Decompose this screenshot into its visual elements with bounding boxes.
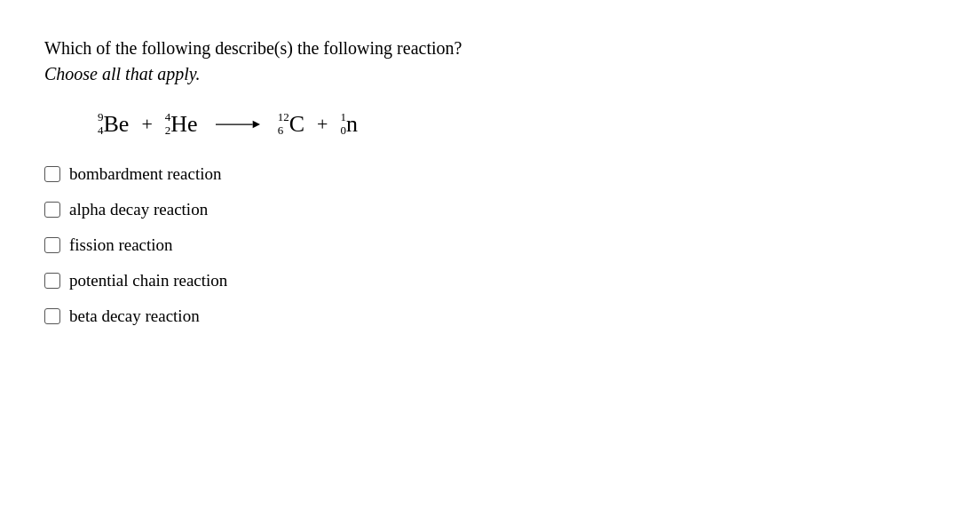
product2-mass: 1 [340,111,346,124]
svg-marker-1 [252,121,259,128]
reactant2-atomic: 2 [165,124,171,138]
reactant1-nuclide: 9 4 Be [98,111,129,138]
product1-nuclide: 12 6 C [278,111,304,138]
reactant1-symbol: Be [104,111,130,138]
option-label-2: alpha decay reaction [69,200,208,219]
product1-atomic: 6 [278,124,289,138]
option-item-2[interactable]: alpha decay reaction [44,200,936,219]
question-container: Which of the following describe(s) the f… [44,36,936,326]
plus-operator-1: + [141,113,152,136]
reactant2-mass: 4 [165,111,171,124]
option-label-1: bombardment reaction [69,164,221,184]
product1-symbol: C [289,111,304,138]
question-sub-text: Choose all that apply. [44,64,936,84]
option-item-4[interactable]: potential chain reaction [44,271,936,290]
product2-symbol: n [346,111,358,138]
reactant1-mass: 9 [98,111,104,124]
reactant2-symbol: He [170,111,197,138]
option-checkbox-1[interactable] [44,166,60,182]
option-item-1[interactable]: bombardment reaction [44,164,936,184]
option-checkbox-3[interactable] [44,237,60,253]
product1-mass: 12 [278,111,289,124]
option-item-5[interactable]: beta decay reaction [44,306,936,326]
option-checkbox-5[interactable] [44,308,60,324]
reactant1-atomic: 4 [98,124,104,138]
option-label-5: beta decay reaction [69,306,200,326]
options-list: bombardment reactionalpha decay reaction… [44,164,936,326]
option-checkbox-4[interactable] [44,273,60,289]
reaction-arrow [216,115,260,133]
option-label-3: fission reaction [69,235,173,255]
product2-nuclide: 1 0 n [340,111,358,138]
option-label-4: potential chain reaction [69,271,227,290]
reactant2-nuclide: 4 2 He [165,111,198,138]
option-checkbox-2[interactable] [44,202,60,218]
plus-operator-2: + [317,113,328,136]
option-item-3[interactable]: fission reaction [44,235,936,255]
question-main-text: Which of the following describe(s) the f… [44,36,936,60]
nuclear-equation: 9 4 Be + 4 2 He 12 6 C [98,111,936,138]
product2-atomic: 0 [340,124,346,138]
